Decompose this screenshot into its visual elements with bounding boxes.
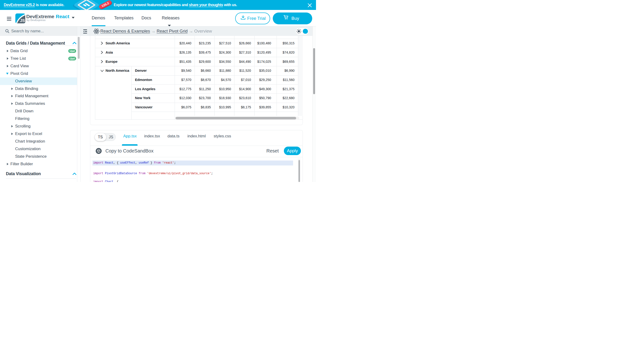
svg-text:JS: JS [20,18,25,23]
